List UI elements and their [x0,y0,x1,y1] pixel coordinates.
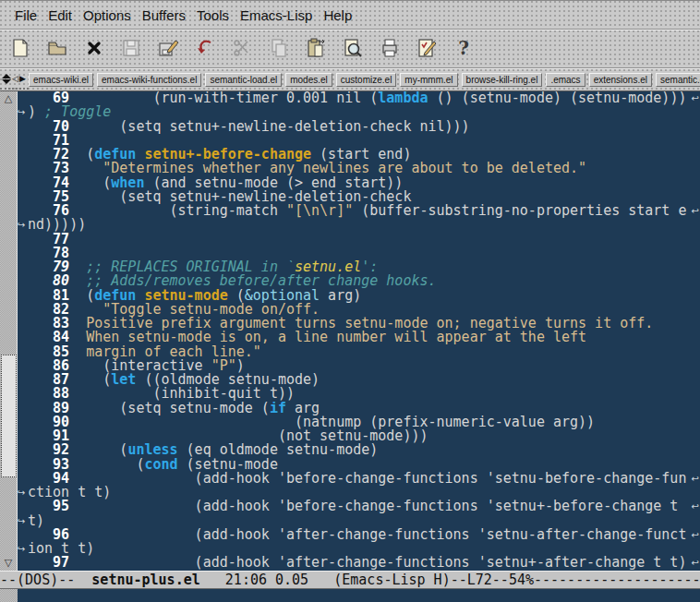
copy-icon [268,37,290,62]
code-row: 83 Positive prefix argument turns setnu-… [18,317,700,331]
save-as-button[interactable] [154,34,182,64]
code-line-text: 79 ;; REPLACES ORIGINAL in `setnu.el': [28,260,700,274]
line-wrap-icon: ↩ [692,500,699,513]
code-line-text: 70 (setq setnu+-newline-deletion-check n… [28,120,700,134]
code-row-continuation: ↪ction t t) [18,486,700,500]
code-line-text: 84 When setnu-mode is on, a line number … [28,331,700,344]
code-row: 94 (add-hook 'before-change-functions 's… [18,472,700,486]
code-line-text: ction t t) [28,486,700,500]
code-row: 92 (unless (eq oldmode setnu-mode) [18,443,700,457]
new-file-button[interactable] [6,34,34,64]
vertical-scrollbar[interactable]: △ ▽ [0,91,18,571]
code-line-text: 78 [28,247,700,260]
line-number: 86 [28,359,86,373]
menu-buffers[interactable]: Buffers [137,6,191,25]
scrollbar-thumb[interactable] [1,355,17,477]
close-buffer-icon [83,37,105,62]
open-folder-button[interactable] [43,34,71,64]
toolbar: ? [0,30,700,68]
code-line-text: ion t t) [28,542,700,556]
menu-emacs-lisp[interactable]: Emacs-Lisp [235,6,318,25]
code-line-text: 85 margin of each line." [28,345,700,359]
tab-browse-kill-ring.el[interactable]: browse-kill-ring.el [462,73,543,87]
code-line-text: 72 (defun setnu+-before-change (start en… [28,148,700,162]
line-number: 77 [28,233,86,247]
cut-button [228,34,256,64]
tab-list: emacs-wiki.elemacs-wiki-functions.elsema… [29,73,700,87]
tab-modes.el[interactable]: modes.el [285,73,332,87]
code-row: 81 (defun setnu-mode (&optional arg) [18,289,700,303]
line-number: 95 [28,500,86,513]
modeline-mode-status: (Emacs-Lisp H)--L72--54%----------------… [333,572,700,588]
paste-button[interactable] [302,34,330,64]
tab-scroll-left-icon[interactable]: ◁ [12,75,18,83]
line-number: 72 [28,148,86,162]
undo-icon [194,37,216,62]
close-buffer-button[interactable] [80,34,108,64]
search-button[interactable] [339,34,367,64]
tab-customize.el[interactable]: customize.el [336,73,397,87]
save-as-icon [157,37,179,62]
line-number: 93 [28,458,86,472]
echo-area [0,589,700,602]
code-row: 73 "Determines whether any newlines are … [18,162,700,175]
line-number: 87 [28,373,86,387]
code-row: 79 ;; REPLACES ORIGINAL in `setnu.el': [18,260,700,274]
minibuffer[interactable] [18,589,700,602]
code-line-text: 77 [28,233,700,247]
minibuffer-scrollbar-stub[interactable] [0,589,18,602]
tab-emacs-wiki.el[interactable]: emacs-wiki.el [29,73,93,87]
customize-button[interactable] [413,34,441,64]
tab-.emacs[interactable]: .emacs [546,73,585,87]
copy-button [265,34,293,64]
menu-tools[interactable]: Tools [191,6,235,25]
code-line-text: 71 [28,134,700,148]
menu-options[interactable]: Options [78,6,137,25]
line-number: 97 [28,556,86,570]
code-line-text: 75 (setq setnu+-newline-deletion-check [28,190,700,204]
code-line-text: 86 (interactive "P") [28,359,700,373]
code-line-text: 87 (let ((oldmode setnu-mode) [28,373,700,387]
line-number: 76 [28,204,86,218]
line-number: 71 [28,134,86,148]
menu-help[interactable]: Help [318,6,357,25]
continuation-icon: ↪ [18,486,28,500]
tab-extensions.el[interactable]: extensions.el [589,73,652,87]
open-folder-icon [46,37,68,62]
emacs-window: FileEditOptionsBuffersToolsEmacs-LispHel… [0,0,700,602]
line-number: 79 [28,260,86,274]
line-number: 74 [28,176,86,190]
code-line-text: 91 (not setnu-mode))) [28,429,700,443]
line-number: 94 [28,472,86,486]
code-line-text: t) [28,514,700,528]
tab-my-mmm.el[interactable]: my-mmm.el [400,73,457,87]
tab-scroll-right-icon[interactable]: ▶ [19,75,26,83]
code-row: 96 (add-hook 'after-change-functions 'se… [18,528,700,542]
code-row-continuation: ↪t) [18,514,700,528]
code-line-text: 93 (cond (setnu-mode [28,458,700,472]
tab-emacs-wiki-functions.el[interactable]: emacs-wiki-functions.el [97,73,201,87]
line-number: 75 [28,190,86,204]
code-row: 93 (cond (setnu-mode [18,458,700,472]
code-row: 77 [18,233,700,247]
menu-edit[interactable]: Edit [42,6,78,25]
help-button[interactable]: ? [450,34,477,64]
tab-semantic-load.el[interactable]: semantic-load.el [205,73,282,87]
code-row: 82 "Toggle setnu-mode on/off. [18,303,700,317]
undo-button[interactable] [191,34,219,64]
tab-semantic.el[interactable]: semantic.el [656,73,700,87]
editor-main: △ ▽ 69 (run-with-timer 0.001 nil (lambda… [0,91,700,571]
print-button[interactable] [376,34,404,64]
tab-scroll-controls[interactable]: ◁ ▶ [0,70,29,90]
code-line-text: 80 ;; Adds/removes before/after change h… [28,274,700,288]
code-row: 70 (setq setnu+-newline-deletion-check n… [18,120,700,134]
line-number: 92 [28,443,86,457]
scrollbar-up-icon[interactable]: △ [0,92,17,104]
tab-updown-icon[interactable] [2,74,11,84]
line-number: 96 [28,528,86,542]
text-area[interactable]: 69 (run-with-timer 0.001 nil (lambda () … [18,91,700,571]
menu-file[interactable]: File [9,6,42,25]
modeline-gap [308,572,333,588]
scrollbar-down-icon[interactable]: ▽ [0,557,17,569]
save-button [117,34,145,64]
